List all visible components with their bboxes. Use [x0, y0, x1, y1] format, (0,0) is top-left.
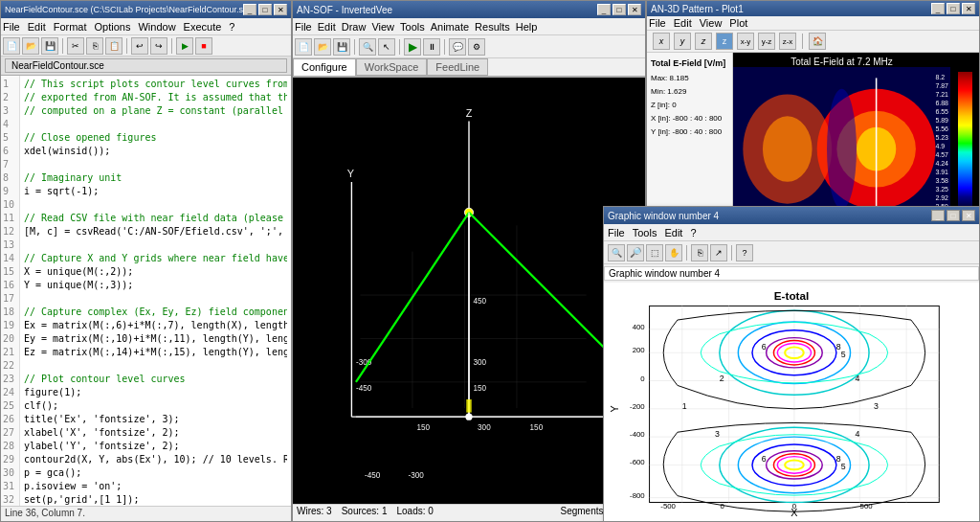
pattern-maximize[interactable]: □ [947, 3, 960, 14]
ansof-select[interactable]: ↖ [378, 38, 395, 56]
code-line: p.isoview = 'on'; [24, 480, 287, 493]
sep [443, 506, 551, 520]
menu-file[interactable]: File [3, 21, 20, 33]
ansof-maximize[interactable]: □ [612, 4, 626, 15]
menu-options[interactable]: Options [95, 21, 131, 33]
code-line: // Capture X and Y grids where near fiel… [24, 252, 287, 265]
ansof-save[interactable]: 💾 [333, 38, 350, 56]
axis-y[interactable]: y [674, 33, 691, 50]
axis-yz[interactable]: y-z [758, 33, 775, 50]
ansof-menu-animate[interactable]: Animate [431, 21, 469, 33]
field-x: X [in]: -800 : 40 : 800 [651, 112, 728, 125]
menu-execute[interactable]: Execute [184, 21, 222, 33]
graphic-maximize[interactable]: □ [947, 210, 960, 221]
pattern-minimize[interactable]: _ [931, 3, 945, 14]
axis-z-active[interactable]: z [716, 33, 733, 50]
ansof-run[interactable]: ▶ [404, 38, 421, 56]
editor-maximize[interactable]: □ [258, 4, 272, 15]
code-line [24, 118, 287, 131]
code-line: X = unique(M(:,2)); [24, 265, 287, 279]
ansof-menu-draw[interactable]: Draw [342, 21, 367, 33]
stop-icon[interactable]: ■ [195, 37, 212, 55]
svg-text:400: 400 [633, 323, 646, 331]
ansof-comment[interactable]: 💬 [449, 38, 466, 56]
axis-x[interactable]: x [653, 33, 670, 50]
ansof-menu-edit[interactable]: Edit [318, 21, 336, 33]
graphic-menu-edit[interactable]: Edit [664, 227, 682, 238]
ansof-menu-results[interactable]: Results [475, 21, 510, 33]
graphic-title-buttons: _ □ ✕ [931, 210, 975, 221]
pattern-title: AN-3D Pattern - Plot1 [651, 4, 744, 14]
menu-edit[interactable]: Edit [28, 21, 46, 33]
pattern-menubar: File Edit View Plot [647, 16, 979, 31]
graphic-help[interactable]: ? [736, 244, 753, 261]
pattern-close[interactable]: ✕ [962, 3, 975, 14]
graphic-menu-file[interactable]: File [608, 227, 625, 238]
open-icon[interactable]: 📂 [22, 37, 39, 55]
svg-text:300: 300 [478, 423, 491, 432]
editor-content: 12345 678910 1112131415 1617181920 21222… [1, 76, 291, 506]
pattern-menu-view[interactable]: View [700, 17, 723, 29]
ansof-settings[interactable]: ⚙ [468, 38, 485, 56]
ansof-new[interactable]: 📄 [295, 38, 312, 56]
editor-title: NearFieldContour.sce (C:\SCILab Projects… [5, 5, 243, 14]
svg-text:Y: Y [347, 168, 355, 179]
axis-zx[interactable]: z-x [779, 33, 796, 50]
code-line [24, 158, 287, 171]
svg-text:150: 150 [530, 423, 544, 432]
code-line [24, 359, 287, 373]
editor-status: Line 36, Column 7. [1, 506, 291, 521]
redo-icon[interactable]: ↪ [150, 37, 167, 55]
graphic-zoom-rect[interactable]: ⬚ [646, 244, 663, 261]
pattern-menu-plot[interactable]: Plot [729, 17, 747, 29]
ansof-menu-view[interactable]: View [371, 21, 394, 33]
graphic-close[interactable]: ✕ [962, 210, 975, 221]
graphic-export[interactable]: ↗ [710, 244, 727, 261]
pattern-menu-file[interactable]: File [649, 17, 666, 29]
editor-minimize[interactable]: _ [243, 4, 256, 15]
ansof-menu-tools[interactable]: Tools [400, 21, 425, 33]
svg-text:-450: -450 [365, 471, 381, 480]
menu-window[interactable]: Window [138, 21, 175, 33]
sep1 [62, 38, 63, 54]
code-area[interactable]: // This script plots contour level curve… [20, 76, 291, 506]
graphic-copy[interactable]: ⎘ [691, 244, 708, 261]
graphic-zoom-out[interactable]: 🔎 [627, 244, 644, 261]
svg-point-27 [465, 414, 472, 420]
new-icon[interactable]: 📄 [3, 37, 20, 55]
ansof-pause[interactable]: ⏸ [423, 38, 440, 56]
menu-help[interactable]: ? [229, 21, 234, 33]
graphic-zoom-in[interactable]: 🔍 [608, 244, 625, 261]
paste-icon[interactable]: 📋 [105, 37, 122, 55]
editor-close[interactable]: ✕ [274, 4, 287, 15]
undo-icon[interactable]: ↩ [131, 37, 148, 55]
run-icon[interactable]: ▶ [176, 37, 193, 55]
ansof-minimize[interactable]: _ [597, 4, 611, 15]
sep2 [399, 39, 400, 55]
save-icon[interactable]: 💾 [41, 37, 58, 55]
ansof-close[interactable]: ✕ [628, 4, 641, 15]
editor-tab[interactable]: NearFieldContour.sce [5, 58, 287, 73]
axis-z[interactable]: z [695, 33, 712, 50]
graphic-menu-help[interactable]: ? [690, 227, 696, 238]
copy-icon[interactable]: ⎘ [86, 37, 103, 55]
ansof-menu-help[interactable]: Help [516, 21, 538, 33]
menu-format[interactable]: Format [54, 21, 87, 33]
tab-configure[interactable]: Configure [293, 58, 356, 76]
graphic-minimize[interactable]: _ [931, 210, 945, 221]
cut-icon[interactable]: ✂ [67, 37, 84, 55]
code-line: // Close opened figures [24, 131, 287, 145]
ansof-zoom[interactable]: 🔍 [359, 38, 376, 56]
ansof-open[interactable]: 📂 [314, 38, 331, 56]
loads-status: Loads: 0 [396, 506, 433, 520]
home-icon[interactable]: 🏠 [809, 33, 826, 50]
tab-feedline[interactable]: FeedLine [427, 58, 488, 76]
pattern-menu-edit[interactable]: Edit [674, 17, 692, 29]
ansof-menu-file[interactable]: File [295, 21, 312, 33]
graphic-pan[interactable]: ✋ [665, 244, 682, 261]
graphic-menu-tools[interactable]: Tools [633, 227, 657, 238]
graphic-toolbar: 🔍 🔎 ⬚ ✋ ⎘ ↗ ? [604, 241, 979, 264]
axis-xy[interactable]: x-y [737, 33, 754, 50]
svg-text:4: 4 [855, 374, 859, 383]
tab-workspace[interactable]: WorkSpace [356, 58, 428, 76]
